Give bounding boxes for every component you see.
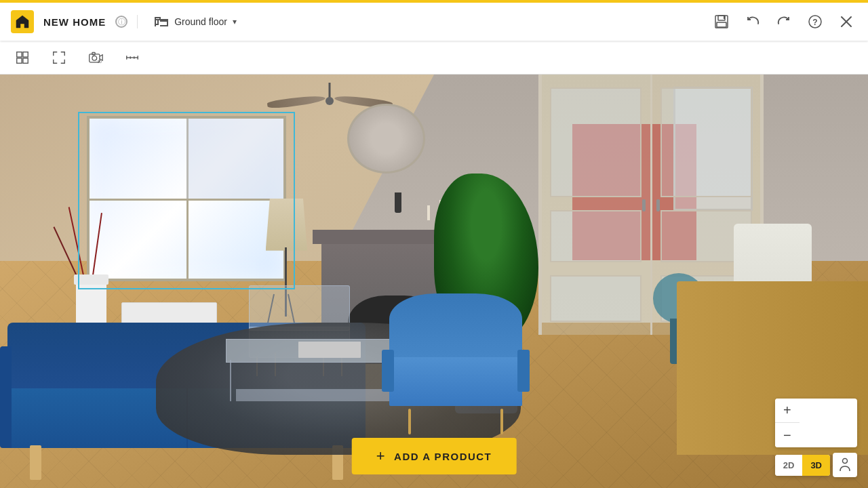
plus-icon: +	[376, 447, 386, 465]
toolbar: 3D	[0, 41, 868, 75]
svg-rect-9	[160, 25, 168, 26]
svg-rect-5	[157, 20, 159, 24]
door-glass-left-mid	[550, 210, 641, 262]
svg-point-23	[92, 56, 97, 60]
measure-button[interactable]	[121, 46, 144, 69]
svg-rect-20	[17, 58, 22, 62]
zoom-controls: + −	[775, 399, 857, 447]
lamp-shade	[266, 199, 307, 251]
app-title: NEW HOME	[43, 16, 106, 28]
svg-rect-18	[17, 52, 22, 56]
fan-blade-1	[267, 94, 326, 110]
add-product-button[interactable]: + ADD A PRODUCT	[352, 438, 517, 474]
grid-toggle-button[interactable]	[11, 46, 34, 69]
armchair-left-arm	[382, 350, 393, 392]
svg-rect-6	[155, 24, 159, 25]
separator	[137, 15, 138, 28]
decorative-vase	[69, 203, 113, 335]
svg-rect-21	[23, 58, 28, 62]
armchair-right-arm	[517, 350, 529, 392]
svg-rect-1	[155, 19, 156, 26]
svg-text:3D: 3D	[98, 59, 102, 63]
laptop-on-table	[298, 342, 361, 358]
svg-rect-4	[155, 17, 161, 18]
svg-rect-0	[155, 19, 168, 20]
svg-text:?: ?	[812, 18, 817, 27]
fireplace-vase	[395, 192, 401, 213]
door-glass-left-bot	[550, 275, 641, 322]
door-handle-right	[656, 199, 660, 211]
person-view-button[interactable]	[833, 453, 857, 477]
armchair-back-rest	[389, 293, 522, 367]
door-left-panel[interactable]	[542, 75, 652, 335]
window[interactable]	[87, 116, 286, 281]
wall-mirror	[347, 104, 425, 174]
redo-button[interactable]	[773, 11, 795, 33]
save-button[interactable]	[711, 11, 732, 33]
room-scene	[0, 75, 868, 488]
sofa-leg-left	[30, 445, 41, 480]
door-glass-left-top	[550, 87, 641, 197]
undo-button[interactable]	[742, 11, 764, 33]
accent-bar	[0, 0, 868, 3]
door-handle-left	[642, 199, 646, 211]
header-left: NEW HOME ⓘ Gro	[11, 10, 243, 33]
svg-rect-13	[724, 16, 725, 19]
armchair-seat-cushion	[389, 357, 522, 407]
blue-armchair	[382, 293, 530, 434]
add-product-label: ADD A PRODUCT	[394, 451, 492, 462]
header-right: ?	[711, 11, 857, 33]
floor-plan-icon	[154, 16, 169, 27]
branch-1	[68, 207, 85, 285]
view-3d-button[interactable]: 3D	[802, 455, 830, 476]
table-frame-left	[230, 360, 231, 401]
help-button[interactable]: ?	[804, 11, 826, 33]
zoom-out-button[interactable]: −	[775, 423, 800, 447]
svg-point-31	[843, 459, 848, 464]
floor-selector[interactable]: Ground floor ▾	[147, 14, 243, 30]
viewport-3d[interactable]: + ADD A PRODUCT + − 2D 3D	[0, 75, 868, 488]
view-mode-controls: 2D 3D	[775, 455, 830, 476]
svg-rect-12	[717, 22, 726, 27]
view-mode-row: 2D 3D	[775, 453, 857, 477]
fullscreen-button[interactable]	[47, 46, 71, 69]
vase-top	[74, 274, 108, 285]
info-icon[interactable]: ⓘ	[115, 16, 127, 28]
zoom-in-button[interactable]: +	[775, 399, 800, 423]
armchair-leg-right	[500, 409, 503, 434]
fan-hub	[326, 97, 334, 105]
camera3d-button[interactable]: 3D	[84, 46, 107, 69]
fireplace-candle-1	[427, 205, 430, 220]
armchair-leg-left	[408, 409, 411, 434]
view-controls: + − 2D 3D	[775, 399, 857, 477]
svg-rect-19	[23, 52, 28, 56]
floor-label: Ground floor	[174, 16, 227, 27]
chevron-down-icon: ▾	[233, 17, 237, 26]
header: NEW HOME ⓘ Gro	[0, 3, 868, 41]
close-button[interactable]	[835, 11, 857, 33]
sofa-armrest-left	[0, 346, 12, 449]
app-logo[interactable]	[11, 10, 34, 33]
door-glass-right-top	[660, 87, 751, 197]
view-2d-button[interactable]: 2D	[775, 455, 803, 476]
fan-pole	[329, 83, 331, 98]
svg-rect-24	[92, 52, 95, 54]
